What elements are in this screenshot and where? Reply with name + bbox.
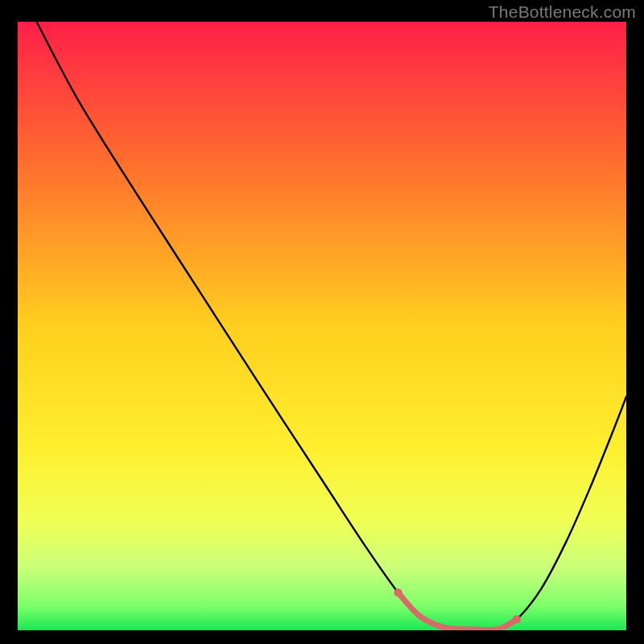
flat-zone-endpoint-b [513, 615, 521, 623]
bottleneck-chart [18, 22, 626, 630]
chart-stage: TheBottleneck.com [0, 0, 644, 644]
flat-zone-endpoint-a [394, 588, 402, 597]
gradient-bg [18, 22, 626, 630]
watermark-text: TheBottleneck.com [489, 2, 636, 22]
